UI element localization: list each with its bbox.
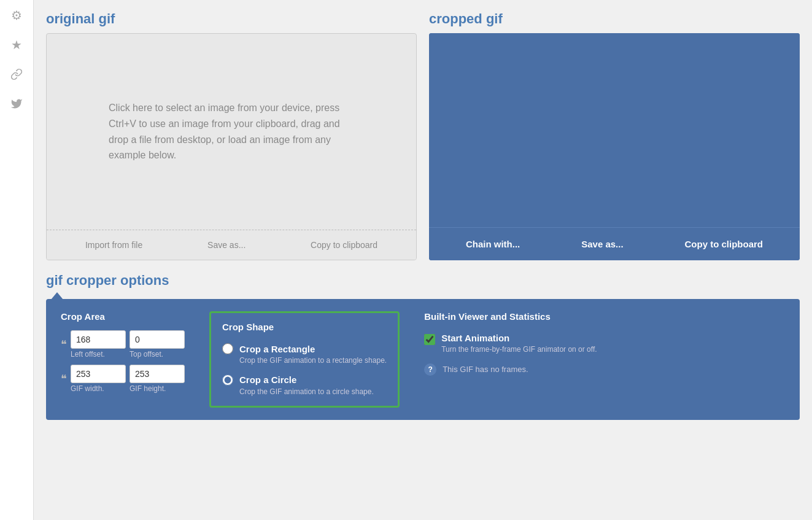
copy-to-clipboard-button[interactable]: Copy to clipboard (306, 238, 382, 252)
crop-shape-col: Crop Shape Crop a Rectangle Crop the GIF… (209, 311, 400, 408)
top-offset-input[interactable] (130, 330, 185, 349)
start-animation-checkbox[interactable] (424, 334, 435, 345)
start-animation-desc: Turn the frame-by-frame GIF animator on … (441, 344, 597, 355)
cropped-gif-panel: cropped gif Chain with... Save as... Cop… (429, 11, 800, 260)
left-offset-col: Left offset. (71, 330, 126, 359)
circle-radio-row: Crop a Circle (222, 374, 387, 386)
rectangle-radio-row: Crop a Rectangle (222, 343, 387, 354)
gif-height-label: GIF height. (130, 384, 166, 393)
save-as-button[interactable]: Save as... (203, 238, 250, 252)
resize-icon-2: ❝ (61, 372, 67, 386)
start-animation-info: Start Animation Turn the frame-by-frame … (441, 333, 597, 355)
cropped-display: Chain with... Save as... Copy to clipboa… (429, 33, 800, 260)
cropped-gif-title: cropped gif (429, 11, 800, 27)
start-animation-label: Start Animation (441, 333, 597, 343)
gif-dropzone[interactable]: Click here to select an image from your … (46, 33, 417, 260)
gif-width-col: GIF width. (71, 365, 126, 393)
gif-height-col: GIF height. (130, 365, 185, 393)
settings-icon[interactable]: ⚙ (7, 6, 26, 25)
gif-width-input[interactable] (71, 365, 126, 383)
top-offset-label: Top offset. (130, 350, 163, 359)
import-from-file-button[interactable]: Import from file (80, 238, 147, 252)
panels-row: original gif Click here to select an ima… (46, 11, 800, 260)
crop-area-title: Crop Area (61, 311, 185, 322)
rectangle-option: Crop a Rectangle Crop the GIF animation … (222, 343, 387, 366)
twitter-icon[interactable] (7, 95, 26, 113)
main-content: original gif Click here to select an ima… (34, 0, 812, 520)
viewer-title: Built-in Viewer and Statistics (424, 311, 597, 322)
rectangle-radio[interactable] (222, 343, 233, 354)
circle-radio[interactable] (222, 374, 233, 386)
gif-width-label: GIF width. (71, 384, 104, 393)
star-icon[interactable]: ★ (7, 36, 26, 54)
viewer-col: Built-in Viewer and Statistics Start Ani… (424, 311, 597, 376)
no-frames-row: ? This GIF has no frames. (424, 363, 597, 376)
link-icon[interactable] (7, 65, 26, 83)
cropped-actions: Chain with... Save as... Copy to clipboa… (429, 227, 800, 260)
original-gif-title: original gif (46, 11, 417, 27)
start-animation-row: Start Animation Turn the frame-by-frame … (424, 333, 597, 355)
dropzone-actions: Import from file Save as... Copy to clip… (47, 230, 416, 260)
original-gif-panel: original gif Click here to select an ima… (46, 11, 417, 260)
dropzone-text: Click here to select an image from your … (109, 100, 354, 163)
sidebar: ⚙ ★ (0, 0, 34, 520)
crop-area-col: Crop Area ❝ Left offset. Top offset. ❝ (61, 311, 185, 393)
rectangle-desc: Crop the GIF animation to a rectangle sh… (239, 355, 387, 366)
info-icon: ? (424, 363, 436, 376)
rectangle-label: Crop a Rectangle (239, 344, 315, 354)
cropped-save-as-button[interactable]: Save as... (576, 236, 628, 252)
options-panel: Crop Area ❝ Left offset. Top offset. ❝ (46, 299, 800, 420)
gif-height-input[interactable] (130, 365, 185, 383)
circle-label: Crop a Circle (239, 374, 296, 385)
dropzone-content: Click here to select an image from your … (47, 34, 416, 230)
options-section: gif cropper options Crop Area ❝ Left off… (46, 273, 800, 420)
offset-row: ❝ Left offset. Top offset. (61, 330, 185, 359)
resize-icon-1: ❝ (61, 338, 67, 351)
left-offset-label: Left offset. (71, 350, 105, 359)
cropped-copy-to-clipboard-button[interactable]: Copy to clipboard (680, 236, 768, 252)
cropped-display-area (429, 33, 800, 227)
circle-desc: Crop the GIF animation to a circle shape… (239, 387, 387, 397)
left-offset-input[interactable] (71, 330, 126, 349)
top-offset-col: Top offset. (130, 330, 185, 359)
options-title: gif cropper options (46, 273, 800, 289)
no-frames-text: This GIF has no frames. (443, 365, 528, 374)
chain-with-button[interactable]: Chain with... (461, 236, 525, 252)
circle-option: Crop a Circle Crop the GIF animation to … (222, 374, 387, 397)
crop-shape-title: Crop Shape (222, 322, 387, 332)
size-row: ❝ GIF width. GIF height. (61, 365, 185, 393)
